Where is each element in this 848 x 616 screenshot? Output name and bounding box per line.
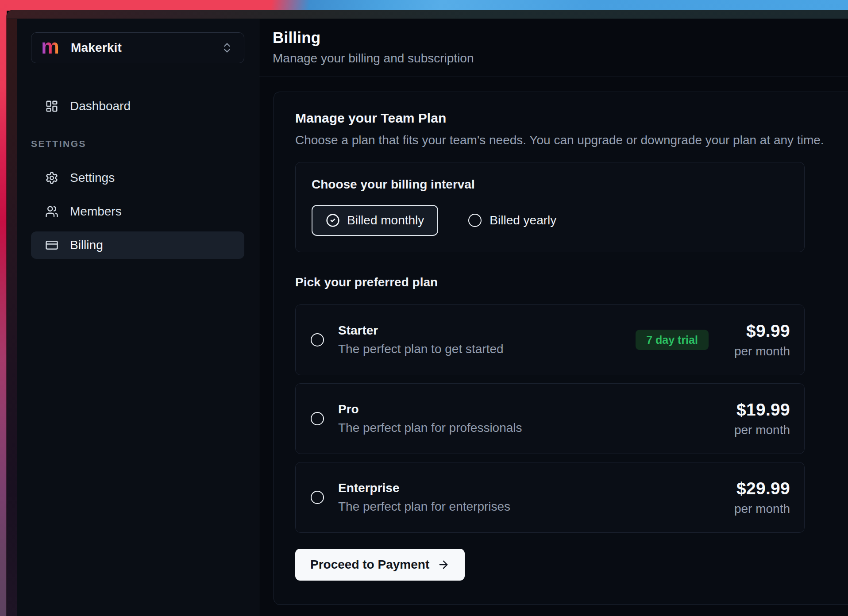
window-titlebar[interactable]: [7, 10, 848, 19]
dashboard-icon: [45, 100, 58, 113]
plan-period: per month: [734, 502, 790, 516]
users-icon: [45, 205, 58, 218]
header-divider: [259, 77, 848, 77]
proceed-to-payment-label: Proceed to Payment: [310, 558, 429, 572]
makerkit-logo: m: [41, 36, 59, 57]
plan-price: $19.99: [736, 400, 790, 420]
radio-unselected-icon[interactable]: [311, 491, 324, 504]
radio-unselected-icon: [468, 214, 482, 227]
radio-unselected-icon[interactable]: [311, 412, 324, 425]
plan-period: per month: [734, 344, 790, 358]
credit-card-icon: [45, 239, 58, 252]
sidebar-section-settings: SETTINGS: [31, 139, 245, 149]
card-description: Choose a plan that fits your team's need…: [295, 132, 833, 149]
arrow-right-icon: [437, 558, 450, 571]
desktop: m Makerkit Dashboard SETTINGS: [0, 0, 848, 616]
plan-row-enterprise[interactable]: Enterprise The perfect plan for enterpri…: [295, 462, 805, 533]
plan-description: The perfect plan to get started: [338, 342, 504, 356]
sidebar: m Makerkit Dashboard SETTINGS: [17, 19, 259, 616]
plan-description: The perfect plan for enterprises: [338, 500, 510, 514]
billing-interval-label: Choose your billing interval: [312, 177, 788, 192]
price-block: $9.99 per month: [734, 321, 790, 358]
plan-texts: Starter The perfect plan to get started: [338, 323, 504, 356]
window-body: m Makerkit Dashboard SETTINGS: [7, 19, 848, 616]
plan-texts: Enterprise The perfect plan for enterpri…: [338, 481, 510, 514]
price-block: $29.99 per month: [734, 479, 790, 516]
proceed-to-payment-button[interactable]: Proceed to Payment: [295, 549, 465, 581]
sidebar-item-label: Billing: [70, 238, 103, 252]
plan-right: $29.99 per month: [734, 479, 790, 516]
plan-price: $9.99: [746, 321, 790, 341]
gear-icon: [45, 171, 58, 185]
plan-right: $19.99 per month: [734, 400, 790, 437]
plans-label: Pick your preferred plan: [295, 275, 833, 289]
main-content: Billing Manage your billing and subscrip…: [259, 19, 848, 616]
page-title: Billing: [273, 28, 836, 47]
billed-monthly-option[interactable]: Billed monthly: [312, 205, 438, 236]
billed-monthly-label: Billed monthly: [347, 213, 424, 227]
sidebar-item-dashboard[interactable]: Dashboard: [31, 92, 244, 120]
app-window: m Makerkit Dashboard SETTINGS: [7, 10, 848, 616]
team-plan-card: Manage your Team Plan Choose a plan that…: [274, 92, 848, 605]
chevrons-up-down-icon: [221, 42, 233, 54]
plan-texts: Pro The perfect plan for professionals: [338, 402, 522, 435]
workspace-selector[interactable]: m Makerkit: [31, 32, 244, 63]
plan-period: per month: [734, 423, 790, 437]
sidebar-item-billing[interactable]: Billing: [31, 231, 244, 259]
sidebar-item-label: Dashboard: [70, 99, 131, 113]
page-header: Billing Manage your billing and subscrip…: [259, 19, 848, 67]
billed-yearly-label: Billed yearly: [490, 213, 556, 227]
page-subtitle: Manage your billing and subscription: [273, 50, 836, 67]
sidebar-item-settings[interactable]: Settings: [31, 164, 244, 192]
window-left-frame: [7, 19, 17, 616]
trial-badge: 7 day trial: [636, 330, 709, 350]
price-block: $19.99 per month: [734, 400, 790, 437]
plan-row-pro[interactable]: Pro The perfect plan for professionals $…: [295, 383, 805, 454]
sidebar-item-label: Members: [70, 204, 122, 219]
radio-unselected-icon[interactable]: [311, 333, 324, 346]
circle-check-icon: [326, 213, 340, 227]
sidebar-nav: Dashboard SETTINGS Settings Members: [31, 92, 245, 259]
plan-price: $29.99: [736, 479, 790, 498]
plan-right: 7 day trial $9.99 per month: [636, 321, 790, 358]
billing-interval-options: Billed monthly Billed yearly: [312, 205, 788, 236]
workspace-name: Makerkit: [71, 41, 122, 55]
billed-yearly-option[interactable]: Billed yearly: [468, 213, 556, 227]
sidebar-item-members[interactable]: Members: [31, 198, 244, 225]
sidebar-item-label: Settings: [70, 171, 115, 185]
wallpaper-top-strip: [0, 0, 848, 11]
plan-row-starter[interactable]: Starter The perfect plan to get started …: [295, 304, 805, 375]
plan-name: Enterprise: [338, 481, 510, 495]
wallpaper-left-strip: [0, 0, 7, 616]
billing-interval-box: Choose your billing interval Billed mont…: [295, 162, 805, 252]
card-title: Manage your Team Plan: [295, 110, 833, 127]
plan-name: Starter: [338, 323, 504, 338]
plan-name: Pro: [338, 402, 522, 416]
plan-description: The perfect plan for professionals: [338, 421, 522, 435]
